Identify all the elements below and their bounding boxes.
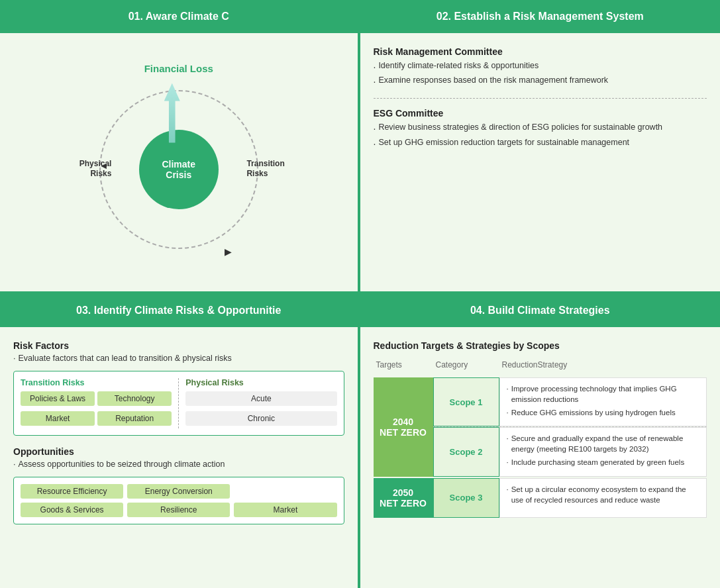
tag-reputation: Reputation	[97, 411, 172, 426]
section-divider	[374, 98, 707, 99]
risk-table-grid: Transition Risks Policies & Laws Technol…	[21, 378, 337, 428]
rmc-section: Risk Management Committee · Identify cli…	[374, 46, 707, 87]
climate-diagram: Financial Loss ◄ ▶ Climate Crisis	[13, 46, 344, 278]
financial-loss-label: Financial Loss	[144, 63, 213, 74]
scope2-bullet-1: · Secure and gradually expand the use of…	[507, 433, 700, 454]
col-reduction: ReductionStrategy	[499, 358, 707, 375]
scope-2-text: Scope 2	[450, 447, 483, 457]
risk-evaluate: · Evaluate factors that can lead to tran…	[13, 354, 344, 363]
opp-market: Market	[234, 503, 336, 517]
panel-1-content: Financial Loss ◄ ▶ Climate Crisis	[0, 33, 358, 291]
panel-2-header: 02. Establish a Risk Management System	[360, 0, 721, 33]
opp-desc: Assess opportunities to be seized throug…	[18, 460, 225, 469]
esg-bullet-dot-1: ·	[374, 122, 376, 134]
rmc-bullet-2: · Examine responses based on the risk ma…	[374, 75, 707, 87]
panel-3-header: 03. Identify Climate Risks & Opportuniti…	[0, 294, 358, 327]
panel-3-content: Risk Factors · Evaluate factors that can…	[0, 327, 358, 588]
row-2040-group: 2040 NET ZERO Scope 1 · Improve proce	[374, 377, 707, 477]
physical-tags: Acute Chronic	[185, 391, 336, 428]
rmc-bullet-text-1: Identify climate-related risks & opportu…	[378, 61, 539, 70]
bullet-dot-1: ·	[374, 61, 376, 73]
opp-row1: Resource Efficiency Energy Conversion	[21, 484, 337, 499]
panel-2: 02. Establish a Risk Management System R…	[360, 0, 721, 294]
panel-4-content: Reduction Targets & Strategies by Scopes…	[360, 327, 721, 588]
rmc-title: Risk Management Committee	[374, 46, 707, 57]
panel-1: 01. Aware Climate C Financial Loss ◄ ▶ C…	[0, 0, 360, 294]
scope3-bullet-1: · Set up a circular economy ecosystem to…	[507, 484, 700, 505]
opp-evaluate: · Assess opportunities to be seized thro…	[13, 460, 344, 469]
center-line2: Crisis	[166, 170, 191, 180]
panel-2-title: 02. Establish a Risk Management System	[437, 11, 644, 23]
opp-empty	[234, 484, 336, 499]
target-2050-line1: 2050	[393, 487, 413, 498]
tag-market-t: Market	[21, 411, 95, 426]
opp-resource: Resource Efficiency	[21, 484, 123, 499]
opp-row2: Goods & Services Resilience Market	[21, 503, 337, 517]
panel-4-title: 04. Build Climate Strategies	[470, 305, 610, 317]
risk-bullet-dot: ·	[13, 354, 15, 363]
bottom-arrow-icon: ▶	[225, 246, 232, 257]
opp-resilience: Resilience	[127, 503, 230, 517]
scope-2-label: Scope 2	[433, 427, 499, 476]
opp-goods: Goods & Services	[21, 503, 123, 517]
diagram-area: ◄ ▶ Climate Crisis PhysicalRisks Transit…	[86, 77, 272, 262]
target-2040-line2: NET ZERO	[380, 427, 427, 438]
opportunities-section: Opportunities · Assess opportunities to …	[13, 446, 344, 524]
esg-bullet-text-1: Review business strategies & direction o…	[378, 122, 662, 132]
risk-table: Transition Risks Policies & Laws Technol…	[13, 371, 344, 436]
tag-acute: Acute	[185, 391, 336, 406]
center-line1: Climate	[162, 159, 195, 170]
scope1-bullet-1: · Improve processing technology that imp…	[507, 383, 700, 405]
scope-1-2-cells: Scope 1 · Improve processing technology …	[433, 377, 707, 477]
esg-bullet-2: · Set up GHG emission reduction targets …	[374, 138, 707, 150]
scope-1-strategy: · Improve processing technology that imp…	[499, 377, 707, 426]
target-2050-cell: 2050 NET ZERO	[374, 478, 433, 518]
risk-factors-title: Risk Factors	[13, 340, 344, 351]
scope1-bullet-2: · Reduce GHG emissions by using hydrogen…	[507, 407, 700, 418]
panel-3-title: 03. Identify Climate Risks & Opportuniti…	[76, 305, 281, 317]
vertical-divider	[178, 378, 179, 428]
risk-factors-section: Risk Factors · Evaluate factors that can…	[13, 340, 344, 436]
opportunities-title: Opportunities	[13, 446, 344, 457]
esg-bullet-1: · Review business strategies & direction…	[374, 122, 707, 134]
rmc-bullet-1: · Identify climate-related risks & oppor…	[374, 61, 707, 73]
transition-tags: Policies & Laws Technology Market Reputa…	[21, 391, 172, 428]
tag-technology: Technology	[97, 391, 172, 406]
scope-2-strategy: · Secure and gradually expand the use of…	[499, 427, 707, 476]
scope-1-label: Scope 1	[433, 377, 499, 426]
panel-4: 04. Build Climate Strategies Reduction T…	[360, 294, 721, 588]
col-targets: Targets	[374, 358, 433, 375]
panel-3: 03. Identify Climate Risks & Opportuniti…	[0, 294, 360, 588]
strategies-title: Reduction Targets & Strategies by Scopes	[374, 340, 707, 351]
esg-bullet-dot-2: ·	[374, 138, 376, 150]
scope-3-label: Scope 3	[433, 478, 499, 518]
bullet-dot-2: ·	[374, 75, 376, 87]
physical-risks-label: PhysicalRisks	[79, 159, 112, 179]
transition-col: Transition Risks Policies & Laws Technol…	[21, 378, 172, 428]
opp-energy: Energy Conversion	[127, 484, 230, 499]
scope-1-row: Scope 1 · Improve processing technology …	[433, 377, 707, 427]
target-2040-line1: 2040	[393, 416, 413, 427]
opp-table: Resource Efficiency Energy Conversion Go…	[13, 477, 344, 524]
col-category: Category	[433, 358, 499, 375]
scope-1-text: Scope 1	[450, 397, 483, 407]
tag-policies: Policies & Laws	[21, 391, 95, 406]
scope-3-text: Scope 3	[450, 493, 483, 503]
scope-3-strategy: · Set up a circular economy ecosystem to…	[499, 478, 707, 518]
rmc-bullet-text-2: Examine responses based on the risk mana…	[378, 75, 608, 85]
esg-section: ESG Committee · Review business strategi…	[374, 108, 707, 149]
panel-4-header: 04. Build Climate Strategies	[360, 294, 721, 327]
target-2040-cell: 2040 NET ZERO	[374, 377, 433, 477]
scope-col-headers: Targets Category ReductionStrategy	[374, 358, 707, 375]
panel-1-title: 01. Aware Climate C	[129, 11, 229, 23]
panel-1-header: 01. Aware Climate C	[0, 0, 358, 33]
transition-col-title: Transition Risks	[21, 378, 172, 387]
transition-risks-label: TransitionRisks	[246, 159, 284, 179]
physical-col: Physical Risks Acute Chronic	[185, 378, 336, 428]
panel-2-content: Risk Management Committee · Identify cli…	[360, 33, 721, 291]
esg-title: ESG Committee	[374, 108, 707, 119]
row-2050-group: 2050 NET ZERO Scope 3 · Set up a circula…	[374, 478, 707, 518]
risk-factors-desc: Evaluate factors that can lead to transi…	[18, 354, 231, 363]
scope-2-row: Scope 2 · Secure and gradually expand th…	[433, 427, 707, 476]
tag-chronic: Chronic	[185, 411, 336, 426]
